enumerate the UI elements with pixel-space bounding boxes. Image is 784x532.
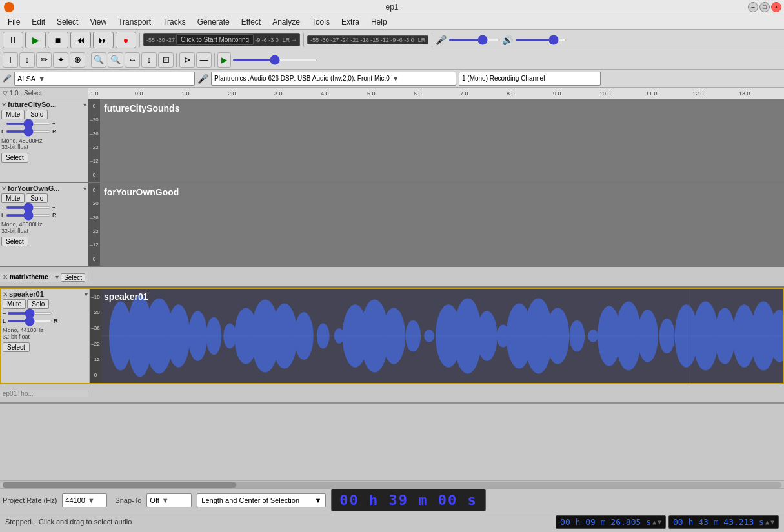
track-pan-slider-forYourOwnGood[interactable]	[6, 214, 51, 217]
track-close-futureCitySounds[interactable]: ✕	[1, 101, 6, 108]
track-solo-button-futureCitySounds[interactable]: Solo	[26, 110, 48, 119]
track-dropdown-futureCitySounds[interactable]: ▾	[83, 101, 86, 108]
zoom-out-button[interactable]: 🔍	[108, 52, 123, 68]
track-select-button-matrixtheme[interactable]: Select	[61, 273, 85, 282]
sep-tools	[88, 53, 88, 67]
ruler-tick-0: 0.0	[135, 90, 143, 97]
track-partial-name: ep01Tho...	[3, 390, 34, 397]
sep-edit	[214, 53, 215, 67]
track-solo-button-forYourOwnGood[interactable]: Solo	[26, 193, 48, 203]
input-device-select[interactable]: Plantronics .Audio 626 DSP: USB Audio (h…	[211, 72, 456, 86]
pause-button[interactable]: ⏸	[3, 32, 23, 48]
menu-tracks[interactable]: Tracks	[157, 16, 191, 28]
play-at-speed-button[interactable]: ▶	[217, 52, 231, 68]
track-dropdown-speaker01[interactable]: ▾	[85, 291, 88, 298]
hscrollbar-thumb[interactable]	[3, 482, 236, 488]
track-partial: ep01Tho...	[0, 384, 784, 404]
mic-icon[interactable]: 🎤	[436, 35, 447, 45]
maximize-button[interactable]: □	[759, 2, 770, 12]
fit-project-button[interactable]: ↔	[125, 52, 140, 68]
sep-zoom	[176, 53, 177, 67]
menu-select[interactable]: Select	[52, 16, 83, 28]
length-center-select[interactable]: Length and Center of Selection ▼	[197, 493, 326, 507]
multi-tool-button[interactable]: ✦	[53, 52, 68, 68]
menu-edit[interactable]: Edit	[26, 16, 50, 28]
track-volume-slider-futureCitySounds[interactable]	[6, 123, 51, 125]
track-waveform-futureCitySounds[interactable]: 0 –20 –36 –22 –12 0 futureCitySounds	[88, 99, 784, 182]
project-rate-select[interactable]: 44100 ▼	[62, 493, 107, 507]
close-button[interactable]: ×	[771, 2, 781, 12]
stopped-label: Stopped.	[5, 518, 34, 526]
track-mute-button-speaker01[interactable]: Mute	[3, 299, 26, 309]
draw-tool-button[interactable]: ✏	[36, 52, 52, 68]
track-info-speaker01: Mono, 44100Hz32-bit float	[3, 327, 88, 340]
time-box-1-up[interactable]: ▲	[652, 518, 656, 526]
track-dropdown-matrixtheme[interactable]: ▾	[55, 273, 59, 281]
menu-file[interactable]: File	[3, 16, 25, 28]
track-mute-button-futureCitySounds[interactable]: Mute	[1, 110, 25, 119]
menu-extra[interactable]: Extra	[336, 16, 365, 28]
track-speaker01: ✕ speaker01 ▾ Mute Solo – + L	[0, 288, 784, 384]
menu-effect[interactable]: Effect	[236, 16, 266, 28]
track-volume-slider-speaker01[interactable]	[7, 312, 52, 315]
envelope-tool-button[interactable]: ↕	[19, 52, 35, 68]
start-monitoring-button[interactable]: Click to Start Monitoring	[176, 34, 254, 45]
audio-host-select[interactable]: ALSA ▼	[14, 72, 195, 86]
menu-view[interactable]: View	[85, 16, 112, 28]
time-box-1-down[interactable]: ▼	[658, 518, 661, 526]
lr-label-record: LR	[418, 37, 426, 43]
track-pan-slider-futureCitySounds[interactable]	[6, 130, 51, 133]
snap-to-select[interactable]: Off ▼	[146, 493, 192, 507]
track-controls-matrixtheme: ✕ matrixtheme ▾ Select	[0, 272, 88, 282]
silence-button[interactable]: —	[196, 52, 212, 68]
track-mute-button-forYourOwnGood[interactable]: Mute	[1, 193, 25, 203]
timeline-ruler: ▽ 1.0 Select -1.0 0.0 1.0 2.0 3.0 4.0 5.…	[0, 88, 784, 99]
track-select-button-futureCitySounds[interactable]: Select	[1, 153, 28, 163]
mic-device-icon: 🎤	[3, 74, 12, 83]
horizontal-scrollbar[interactable]	[0, 480, 784, 488]
zoom-in-button[interactable]: 🔍	[91, 52, 106, 68]
track-select-button-forYourOwnGood[interactable]: Select	[1, 237, 28, 246]
track-close-matrixtheme[interactable]: ✕	[3, 273, 8, 281]
stop-button[interactable]: ■	[48, 32, 68, 48]
skip-back-button[interactable]: ⏮	[70, 32, 91, 48]
skip-forward-button[interactable]: ⏭	[93, 32, 114, 48]
lr-label: LR	[283, 37, 290, 43]
track-select-button-speaker01[interactable]: Select	[3, 342, 30, 352]
track-label-futureCitySounds: futureCitySounds	[104, 103, 179, 113]
fit-vertical-button[interactable]: ↕	[141, 52, 157, 68]
playback-volume-slider[interactable]	[448, 39, 500, 41]
menu-generate[interactable]: Generate	[192, 16, 235, 28]
ruler-tick-3: 3.0	[274, 90, 283, 97]
playback-speed-slider[interactable]	[232, 59, 317, 61]
menu-help[interactable]: Help	[366, 16, 392, 28]
menu-transport[interactable]: Transport	[113, 16, 156, 28]
output-channels-select[interactable]: 1 (Mono) Recording Channel	[459, 72, 601, 86]
track-pan-slider-speaker01[interactable]	[7, 320, 52, 322]
zoom-tool-button[interactable]: ⊕	[70, 52, 85, 68]
length-center-label: Length and Center of Selection	[201, 497, 299, 504]
trim-left-button[interactable]: ⊳	[179, 52, 195, 68]
track-volume-slider-forYourOwnGood[interactable]	[6, 206, 51, 209]
track-close-forYourOwnGood[interactable]: ✕	[1, 185, 6, 192]
track-dropdown-forYourOwnGood[interactable]: ▾	[83, 185, 86, 192]
hscrollbar-track[interactable]	[3, 482, 781, 488]
time-box-2-down[interactable]: ▼	[770, 518, 774, 526]
track-waveform-forYourOwnGood[interactable]: 0 –20 –36 –22 –12 0 forYourOwnGood	[88, 183, 784, 266]
waveform-scale-speaker01: –10 –20 –36 –22 –12 0	[90, 289, 101, 383]
meter-scale-right: -9 -6 -3 0	[255, 37, 279, 43]
minimize-button[interactable]: –	[748, 2, 758, 12]
time-box-2-up[interactable]: ▲	[765, 518, 769, 526]
menu-analyze[interactable]: Analyze	[267, 16, 305, 28]
track-solo-button-speaker01[interactable]: Solo	[27, 299, 49, 309]
menu-tools[interactable]: Tools	[307, 16, 335, 28]
selection-tool-button[interactable]: I	[3, 52, 18, 68]
record-volume-slider[interactable]	[515, 39, 567, 41]
play-button[interactable]: ▶	[25, 32, 46, 48]
record-button[interactable]: ●	[116, 32, 136, 48]
track-waveform-speaker01[interactable]: –10 –20 –36 –22 –12 0 speaker01	[90, 289, 783, 383]
track-close-speaker01[interactable]: ✕	[3, 291, 8, 298]
track-name-speaker01: speaker01	[9, 290, 83, 298]
zoom-normal-button[interactable]: ⊡	[158, 52, 174, 68]
separator2	[303, 33, 304, 47]
